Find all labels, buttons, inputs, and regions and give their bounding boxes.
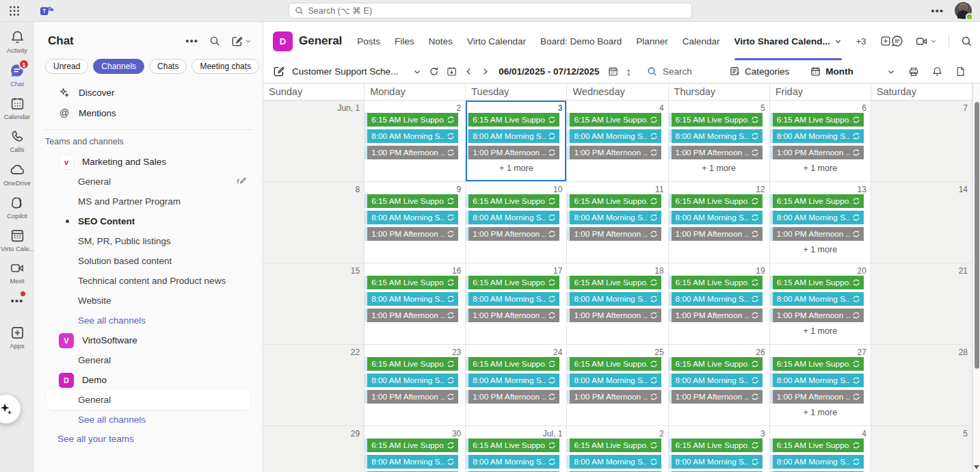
channel-item[interactable]: General	[47, 390, 250, 410]
channel-conversation-icon[interactable]	[891, 35, 903, 47]
calendar-event[interactable]: 8:00 AM Morning S...	[669, 292, 763, 306]
calendar-event[interactable]: 8:00 AM Morning S...	[567, 292, 661, 306]
tab-virto-calendar[interactable]: Virto Calendar	[467, 22, 526, 60]
day-cell[interactable]: 36:15 AM Live Suppo...8:00 AM Morning S.…	[466, 101, 567, 182]
day-cell[interactable]: 236:15 AM Live Suppo...8:00 AM Morning S…	[365, 345, 466, 426]
refresh-icon[interactable]	[429, 66, 439, 77]
calendar-event[interactable]: 8:00 AM Morning S...	[770, 211, 864, 224]
calendar-event[interactable]: 6:15 AM Live Suppo...	[567, 194, 661, 208]
calendar-event[interactable]: 6:15 AM Live Suppo...	[770, 194, 864, 208]
notifications-icon[interactable]	[932, 66, 942, 77]
day-cell[interactable]: 166:15 AM Live Suppo...8:00 AM Morning S…	[365, 263, 466, 345]
notes-icon[interactable]	[955, 66, 966, 77]
day-cell[interactable]: 28	[871, 345, 972, 426]
rail-item-more[interactable]: •••	[0, 289, 34, 313]
calendar-event[interactable]: 8:00 AM Morning S...	[669, 129, 763, 143]
filter-pill-channels[interactable]: Channels	[93, 59, 144, 74]
scrollbar-down-arrow[interactable]	[974, 465, 979, 469]
more-events-link[interactable]: + 1 more	[466, 162, 566, 175]
calendar-event[interactable]: 1:00 PM Afternoon ...	[770, 309, 864, 322]
see-all-channels-link[interactable]: See all channels	[34, 311, 263, 330]
calendar-event[interactable]: 6:15 AM Live Suppo...	[669, 438, 763, 452]
calendar-event[interactable]: 1:00 PM Afternoon ...	[669, 227, 763, 241]
day-cell[interactable]: Jun, 1	[263, 101, 365, 182]
calendar-picker-chevron-icon[interactable]	[413, 68, 421, 76]
calendar-event[interactable]: 1:00 PM Afternoon ...	[466, 227, 559, 241]
day-cell[interactable]: 66:15 AM Live Suppo...8:00 AM Morning S.…	[770, 101, 871, 182]
calendar-scrollbar[interactable]	[972, 83, 980, 472]
calendar-event[interactable]: 6:15 AM Live Suppo...	[770, 113, 864, 127]
calendar-event[interactable]: 8:00 AM Morning S...	[770, 129, 864, 143]
calendar-event[interactable]: 1:00 PM Afternoon ...	[567, 390, 661, 404]
rail-item-meet[interactable]: Meet	[0, 257, 34, 289]
channel-search-icon[interactable]	[961, 36, 972, 47]
more-events-link[interactable]: + 1 more	[770, 162, 871, 175]
team-item[interactable]: DDemo	[34, 370, 263, 390]
channel-item[interactable]: SM, PR, Public listings	[34, 231, 263, 251]
day-cell[interactable]: 5	[871, 426, 972, 472]
day-cell[interactable]: 246:15 AM Live Suppo...8:00 AM Morning S…	[466, 345, 567, 426]
calendar-event[interactable]: 8:00 AM Morning S...	[466, 292, 559, 306]
day-cell[interactable]: 21	[871, 263, 972, 345]
tab-files[interactable]: Files	[395, 22, 414, 60]
day-cell[interactable]: 256:15 AM Live Suppo...8:00 AM Morning S…	[567, 345, 668, 426]
tab-notes[interactable]: Notes	[429, 22, 453, 60]
calendar-event[interactable]: 1:00 PM Afternoon ...	[770, 390, 864, 404]
day-cell[interactable]: 36:15 AM Live Suppo...8:00 AM Morning S.…	[669, 426, 770, 472]
calendar-event[interactable]: 1:00 PM Afternoon ...	[567, 309, 661, 322]
calendar-event[interactable]: 8:00 AM Morning S...	[466, 373, 559, 387]
team-item[interactable]: vMarketing and Sales	[34, 152, 263, 172]
day-cell[interactable]: 14	[871, 182, 972, 263]
channel-item[interactable]: SEO Content	[34, 211, 263, 231]
topbar-more-icon[interactable]: •••	[931, 8, 944, 14]
calendar-event[interactable]: 8:00 AM Morning S...	[365, 129, 458, 143]
calendar-event[interactable]: 1:00 PM Afternoon ...	[466, 390, 559, 404]
calendar-event[interactable]: 8:00 AM Morning S...	[466, 129, 559, 143]
calendar-event[interactable]: 8:00 AM Morning S...	[770, 455, 864, 469]
calendar-event[interactable]: 1:00 PM Afternoon ...	[466, 146, 559, 159]
day-cell[interactable]: 196:15 AM Live Suppo...8:00 AM Morning S…	[669, 263, 770, 345]
new-chat-icon[interactable]	[231, 36, 252, 47]
categories-button[interactable]: Categories	[730, 66, 789, 77]
calendar-event[interactable]: 6:15 AM Live Suppo...	[669, 113, 763, 127]
day-cell[interactable]: 206:15 AM Live Suppo...8:00 AM Morning S…	[770, 263, 871, 345]
calendar-event[interactable]: 6:15 AM Live Suppo...	[770, 438, 864, 452]
calendar-event[interactable]: 6:15 AM Live Suppo...	[567, 276, 661, 289]
day-cell[interactable]: 7	[871, 101, 972, 182]
calendar-event[interactable]: 1:00 PM Afternoon ...	[567, 146, 661, 159]
see-all-channels-link[interactable]: See all channels	[34, 410, 263, 430]
calendar-event[interactable]: 6:15 AM Live Suppo...	[466, 113, 559, 127]
channel-item[interactable]: Solution based content	[34, 251, 263, 271]
team-item[interactable]: VVirtoSoftware	[34, 330, 263, 350]
day-cell[interactable]: 136:15 AM Live Suppo...8:00 AM Morning S…	[770, 182, 871, 263]
rail-item-chat[interactable]: 1Chat	[0, 59, 34, 92]
day-cell[interactable]: 15	[263, 263, 365, 345]
day-cell[interactable]: 22	[263, 345, 365, 426]
calendar-event[interactable]: 8:00 AM Morning S...	[466, 211, 559, 224]
rail-item-virto[interactable]: Virto Cale...	[0, 224, 34, 257]
import-export-icon[interactable]: ↕	[626, 66, 631, 77]
meet-now-icon[interactable]	[915, 36, 937, 47]
chat-search-icon[interactable]	[209, 36, 220, 47]
calendar-event[interactable]: 1:00 PM Afternoon ...	[669, 390, 763, 404]
calendar-event[interactable]: 6:15 AM Live Suppo...	[567, 357, 661, 371]
channel-item[interactable]: Website	[34, 291, 263, 311]
day-cell[interactable]: 306:15 AM Live Suppo...8:00 AM Morning S…	[365, 426, 466, 472]
day-cell[interactable]: 8	[263, 182, 365, 263]
calendar-event[interactable]: 6:15 AM Live Suppo...	[770, 276, 864, 289]
top-search[interactable]	[289, 3, 692, 18]
day-cell[interactable]: 26:15 AM Live Suppo...8:00 AM Morning S.…	[567, 426, 668, 472]
rename-calendar-icon[interactable]	[273, 66, 284, 77]
day-cell[interactable]: 26:15 AM Live Suppo...8:00 AM Morning S.…	[365, 101, 466, 182]
calendar-event[interactable]: 6:15 AM Live Suppo...	[365, 113, 458, 127]
tab-calendar[interactable]: Calendar	[683, 22, 720, 60]
prev-period-icon[interactable]	[464, 67, 473, 76]
channel-item[interactable]: MS and Partner Program	[34, 192, 263, 211]
day-cell[interactable]: 29	[263, 426, 365, 472]
calendar-event[interactable]: 8:00 AM Morning S...	[770, 373, 864, 387]
tab-overflow-count[interactable]: +3	[856, 36, 866, 47]
day-cell[interactable]: 126:15 AM Live Suppo...8:00 AM Morning S…	[669, 182, 770, 263]
day-cell[interactable]: 96:15 AM Live Suppo...8:00 AM Morning S.…	[365, 182, 466, 263]
filter-pill-chats[interactable]: Chats	[149, 59, 187, 74]
calendar-event[interactable]: 1:00 PM Afternoon ...	[669, 146, 763, 159]
